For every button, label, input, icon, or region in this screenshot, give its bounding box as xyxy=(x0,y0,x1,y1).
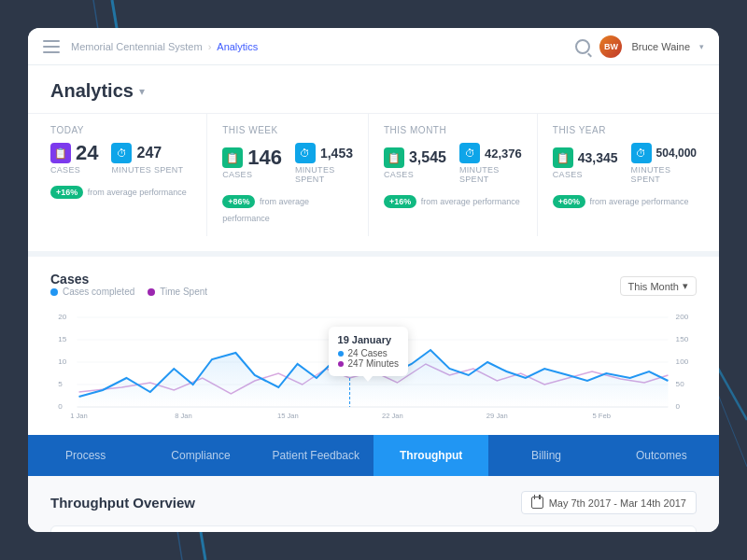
legend-dot-cases xyxy=(50,288,58,296)
stat-minutes-today: ⏱ 247 Minutes Spent xyxy=(111,143,183,175)
tab-billing[interactable]: Billing xyxy=(488,435,603,476)
cases-label-month: Cases xyxy=(384,170,414,179)
minutes-value-week: 1,453 xyxy=(320,147,353,160)
tooltip-minutes-value: 247 Minutes xyxy=(348,358,399,369)
tooltip-cases-dot xyxy=(338,351,344,357)
chart-filter-btn[interactable]: This Month ▾ xyxy=(620,276,697,296)
stat-period-today: Today xyxy=(50,125,191,135)
tab-process[interactable]: Process xyxy=(28,435,143,476)
top-nav: Memorial Centennial System › Analytics B… xyxy=(28,28,719,65)
chart-header-left: Cases Cases completed Time Spent xyxy=(50,272,207,301)
svg-text:15: 15 xyxy=(58,335,67,343)
breadcrumb-separator: › xyxy=(208,41,212,52)
minutes-icon-year: ⏱ xyxy=(631,143,652,163)
main-card: Memorial Centennial System › Analytics B… xyxy=(28,28,719,532)
chart-tooltip: 19 January 24 Cases 247 Minutes xyxy=(329,327,408,376)
page-title-chevron[interactable]: ▾ xyxy=(139,85,145,98)
content-area: Analytics ▾ Today 📋 24 Cases xyxy=(28,65,719,532)
legend-time: Time Spent xyxy=(148,287,207,297)
bottom-header: Throughput Overview May 7th 2017 - Mar 1… xyxy=(50,491,697,514)
stat-card-month: This Month 📋 3,545 Cases ⏱ 42,376 xyxy=(369,114,538,236)
stat-period-month: This Month xyxy=(384,125,522,135)
legend-label-time: Time Spent xyxy=(160,287,207,297)
cases-value-month: 3,545 xyxy=(409,150,446,165)
minutes-value-month: 42,376 xyxy=(485,147,522,160)
stat-cases-month: 📋 3,545 Cases xyxy=(384,147,446,179)
tooltip-arrow xyxy=(363,376,373,382)
tooltip-minutes-row: 247 Minutes xyxy=(338,358,399,369)
svg-text:100: 100 xyxy=(676,357,689,366)
stat-badge-today: +16% xyxy=(50,186,83,199)
stat-minutes-year: ⏱ 504,000 Minutes Spent xyxy=(631,143,697,184)
svg-text:5 Feb: 5 Feb xyxy=(592,412,610,420)
tab-compliance[interactable]: Compliance xyxy=(143,435,258,476)
svg-text:5: 5 xyxy=(58,380,63,388)
svg-text:10: 10 xyxy=(58,357,67,366)
stat-period-year: This Year xyxy=(553,125,697,135)
stat-numbers-week: 📋 146 Cases ⏱ 1,453 Minutes Spent xyxy=(222,143,353,184)
svg-text:15 Jan: 15 Jan xyxy=(277,412,299,420)
stat-badge-week: +86% xyxy=(222,195,255,208)
chart-legend: Cases completed Time Spent xyxy=(50,287,207,297)
stat-card-year: This Year 📋 43,345 Cases ⏱ 504,000 xyxy=(538,114,697,236)
tooltip-minutes-dot xyxy=(338,361,344,367)
svg-text:0: 0 xyxy=(676,402,681,411)
user-name: Bruce Waine xyxy=(631,41,690,52)
stat-badge-year: +60% xyxy=(553,195,585,208)
user-menu-chevron[interactable]: ▾ xyxy=(699,42,704,51)
stat-numbers-today: 📋 24 Cases ⏱ 247 Minutes Spent xyxy=(50,143,191,175)
breadcrumb-current: Analytics xyxy=(217,41,258,52)
cases-label-today: Cases xyxy=(50,165,80,175)
legend-dot-time xyxy=(148,288,155,296)
svg-text:20: 20 xyxy=(58,313,67,321)
chart-container: 20 15 10 5 0 200 150 100 50 0 xyxy=(50,308,697,420)
cases-icon-month: 📋 xyxy=(384,147,404,168)
breadcrumb-parent: Memorial Centennial System xyxy=(71,41,203,52)
stat-from-month: from average performance xyxy=(421,197,520,206)
stat-numbers-month: 📋 3,545 Cases ⏱ 42,376 Minutes Spent xyxy=(384,143,522,184)
chart-filter-label: This Month xyxy=(628,281,679,292)
stat-cases-week: 📋 146 Cases xyxy=(222,147,282,179)
svg-text:1 Jan: 1 Jan xyxy=(70,412,88,420)
minutes-icon-month: ⏱ xyxy=(459,143,480,163)
minutes-label-today: Minutes Spent xyxy=(111,165,183,175)
bottom-section: Throughput Overview May 7th 2017 - Mar 1… xyxy=(28,476,719,532)
tab-throughput[interactable]: Throughput xyxy=(374,435,488,476)
menu-icon[interactable] xyxy=(43,40,60,53)
stat-card-week: This Week 📋 146 Cases ⏱ 1,453 xyxy=(207,114,369,236)
throughput-card: Frequency Max Location 20 15 xyxy=(50,525,697,532)
stat-cases-today: 📋 24 Cases xyxy=(50,143,98,175)
throughput-title: Throughput Overview xyxy=(50,495,195,511)
minutes-value-today: 247 xyxy=(136,146,162,161)
cases-icon-today: 📋 xyxy=(50,143,71,163)
minutes-label-week: Minutes Spent xyxy=(295,165,353,184)
page-title: Analytics xyxy=(50,80,134,102)
tooltip-cases-value: 24 Cases xyxy=(348,348,388,358)
stat-from-year: from average performance xyxy=(590,197,689,206)
date-range-btn[interactable]: May 7th 2017 - Mar 14th 2017 xyxy=(521,491,697,514)
svg-text:0: 0 xyxy=(58,402,63,411)
tooltip-date: 19 January xyxy=(338,334,399,345)
stat-numbers-year: 📋 43,345 Cases ⏱ 504,000 Minutes Spent xyxy=(553,143,697,184)
calendar-icon xyxy=(531,497,543,509)
svg-text:50: 50 xyxy=(676,380,685,388)
svg-text:22 Jan: 22 Jan xyxy=(382,412,403,420)
stats-row: Today 📋 24 Cases ⏱ 247 Mi xyxy=(28,113,719,251)
cases-label-week: Cases xyxy=(222,170,252,179)
cases-value-today: 24 xyxy=(76,143,98,163)
search-icon[interactable] xyxy=(575,39,590,54)
legend-cases: Cases completed xyxy=(50,287,134,297)
page-header: Analytics ▾ xyxy=(28,65,719,113)
chart-header: Cases Cases completed Time Spent This Mo xyxy=(50,272,697,301)
minutes-icon-today: ⏱ xyxy=(111,143,132,163)
tab-outcomes[interactable]: Outcomes xyxy=(604,435,719,476)
stat-minutes-month: ⏱ 42,376 Minutes Spent xyxy=(459,143,522,184)
svg-text:200: 200 xyxy=(676,313,689,321)
tab-patient-feedback[interactable]: Patient Feedback xyxy=(259,435,374,476)
date-range-label: May 7th 2017 - Mar 14th 2017 xyxy=(549,497,686,509)
chart-title: Cases xyxy=(50,272,207,287)
nav-right: BW Bruce Waine ▾ xyxy=(575,35,704,58)
minutes-value-year: 504,000 xyxy=(656,147,697,159)
svg-text:150: 150 xyxy=(676,335,689,343)
avatar: BW xyxy=(599,35,622,58)
